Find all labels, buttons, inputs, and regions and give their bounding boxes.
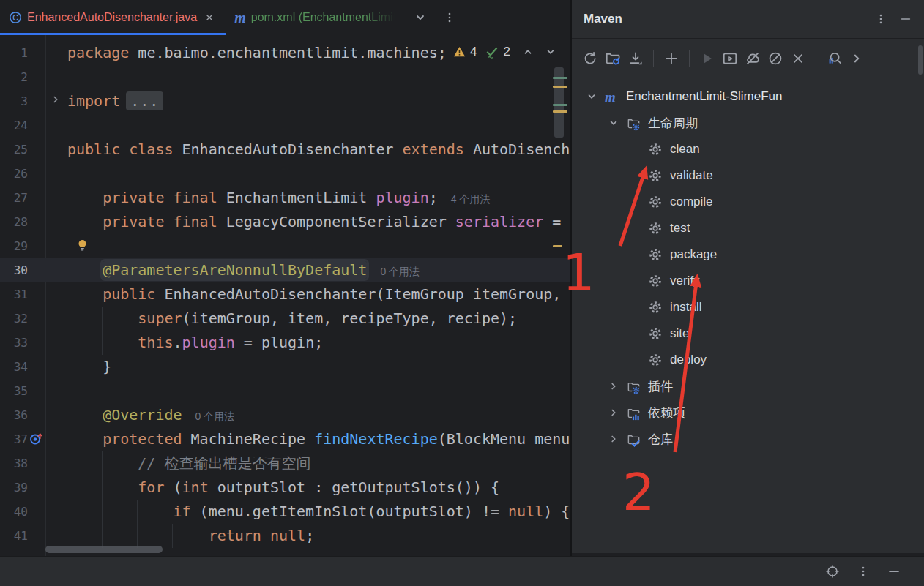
- stripe-mark-weak-warning[interactable]: [553, 104, 567, 106]
- stripe-mark-warning[interactable]: [553, 245, 562, 247]
- usages-inlay-hint[interactable]: 4 个用法: [451, 193, 491, 205]
- stripe-mark-warning[interactable]: [553, 110, 567, 113]
- maven-tree-item-validate[interactable]: validate: [572, 162, 918, 189]
- inspection-widget[interactable]: 4 2: [452, 42, 560, 61]
- skip-tests-button[interactable]: [766, 49, 785, 68]
- analyze-dependencies-button[interactable]: [824, 49, 843, 68]
- code-line-35[interactable]: 35: [0, 379, 570, 403]
- offline-mode-button[interactable]: [743, 49, 762, 68]
- run-button[interactable]: [698, 49, 717, 68]
- goal-gear-icon: [649, 143, 662, 156]
- editor-tab-2[interactable]: mpom.xml (EnchantmentLimit: [226, 0, 405, 35]
- code-line-40[interactable]: 40if (menu.getItemInSlot(outputSlot) != …: [0, 500, 570, 524]
- code-line-29[interactable]: 29: [0, 234, 570, 258]
- line-number: 24: [0, 113, 28, 138]
- next-highlight-button[interactable]: [541, 42, 560, 61]
- bottom-hide-button[interactable]: [884, 562, 903, 581]
- gear-icon: [649, 169, 663, 183]
- intention-bulb-icon[interactable]: [76, 238, 91, 253]
- code-line-31[interactable]: 31public EnhancedAutoDisenchanter(ItemGr…: [0, 282, 570, 307]
- download-sources-button[interactable]: [626, 49, 645, 68]
- maven-tree-item-compile[interactable]: compile: [572, 189, 918, 215]
- code-line-36[interactable]: 36@Override0 个用法: [0, 403, 570, 427]
- code-text: return null;: [67, 524, 314, 548]
- usages-inlay-hint[interactable]: 0 个用法: [380, 266, 420, 277]
- code-line-41[interactable]: 41return null;: [0, 524, 570, 548]
- gear-badge-icon: [632, 386, 640, 394]
- bottom-bar: [0, 556, 924, 586]
- tree-item-label: test: [670, 221, 690, 236]
- maven-tree-item-生命周期[interactable]: 生命周期: [572, 110, 918, 136]
- code-line-24[interactable]: 24: [0, 113, 570, 138]
- overriding-method-icon[interactable]: [29, 432, 44, 446]
- stripe-mark-weak-warning[interactable]: [553, 77, 567, 79]
- maven-tree-item-deploy[interactable]: deploy: [572, 347, 918, 373]
- folder-gear-icon: [627, 380, 641, 394]
- line-number: 1: [0, 41, 28, 65]
- code-line-27[interactable]: 27private final EnchantmentLimit plugin;…: [0, 186, 570, 210]
- chevron-spacer: [630, 354, 641, 366]
- reload-projects-button[interactable]: [603, 49, 622, 68]
- maven-tree-item-clean[interactable]: clean: [572, 136, 918, 162]
- chevron-right-icon[interactable]: [608, 407, 619, 418]
- sync-button[interactable]: [581, 49, 600, 68]
- maven-tree-item-仓库[interactable]: 仓库: [572, 426, 918, 452]
- line-number: 29: [0, 234, 28, 258]
- maven-tree-item-EnchantmentLimit-SlimeFun[interactable]: mEnchantmentLimit-SlimeFun: [572, 83, 918, 110]
- maven-tree-item-依赖项[interactable]: 依赖项: [572, 399, 918, 426]
- code-editor[interactable]: 1package me.baimo.enchantmentlimit.machi…: [0, 35, 570, 556]
- maven-options-button[interactable]: [871, 10, 890, 29]
- line-number: 2: [0, 65, 28, 89]
- checks-passed-icon: [485, 45, 499, 59]
- code-line-39[interactable]: 39for (int outputSlot : getOutputSlots()…: [0, 476, 570, 500]
- maven-tree-item-site[interactable]: site: [572, 320, 918, 347]
- chevron-down-icon[interactable]: [608, 117, 619, 129]
- chevron-up-icon: [522, 46, 534, 58]
- bottom-options-button[interactable]: [854, 562, 873, 581]
- code-text: if (menu.getItemInSlot(outputSlot) != nu…: [67, 500, 570, 524]
- line-number: 28: [0, 210, 28, 234]
- indent-guide: [67, 162, 67, 548]
- code-line-30[interactable]: 30@ParametersAreNonnullByDefault0 个用法: [0, 258, 570, 282]
- code-line-32[interactable]: 32super(itemGroup, item, recipeType, rec…: [0, 307, 570, 331]
- analyze-dependencies-icon: [826, 50, 842, 67]
- gear-icon: [649, 143, 663, 157]
- tab-list-dropdown-button[interactable]: [411, 8, 430, 27]
- fold-chevron-icon[interactable]: [50, 94, 64, 108]
- add-button[interactable]: [662, 49, 681, 68]
- code-line-33[interactable]: 33this.plugin = plugin;: [0, 331, 570, 355]
- editor-options-button[interactable]: [440, 8, 459, 27]
- editor-horizontal-scrollbar[interactable]: [45, 546, 163, 553]
- maven-tree-item-test[interactable]: test: [572, 215, 918, 241]
- close-x-button[interactable]: [789, 49, 808, 68]
- maven-hide-button[interactable]: [896, 10, 915, 29]
- code-line-3[interactable]: 3import...: [0, 89, 570, 113]
- locate-button[interactable]: [823, 562, 842, 581]
- code-line-37[interactable]: 37protected MachineRecipe findNextRecipe…: [0, 427, 570, 451]
- chevron-down-icon[interactable]: [586, 91, 597, 102]
- chevron-right-icon[interactable]: [608, 433, 619, 445]
- minimize-icon: [899, 12, 912, 26]
- maven-tree-item-install[interactable]: install: [572, 294, 918, 320]
- previous-highlight-button[interactable]: [518, 42, 537, 61]
- code-line-26[interactable]: 26: [0, 162, 570, 186]
- maven-scrollbar[interactable]: [918, 45, 923, 75]
- code-text: package me.baimo.enchantmentlimit.machin…: [67, 41, 447, 65]
- code-line-38[interactable]: 38// 检查输出槽是否有空间: [0, 451, 570, 476]
- chevron-spacer: [630, 170, 641, 181]
- code-text: public EnhancedAutoDisenchanter(ItemGrou…: [67, 282, 561, 307]
- code-line-2[interactable]: 2: [0, 65, 570, 89]
- code-line-28[interactable]: 28private final LegacyComponentSerialize…: [0, 210, 570, 234]
- maven-tree-item-插件[interactable]: 插件: [572, 373, 918, 399]
- maven-tree-item-package[interactable]: package: [572, 241, 918, 268]
- code-line-25[interactable]: 25public class EnhancedAutoDisenchanter …: [0, 138, 570, 162]
- editor-tab-1[interactable]: CEnhancedAutoDisenchanter.java: [0, 0, 226, 35]
- execute-goal-button[interactable]: [720, 49, 739, 68]
- code-line-34[interactable]: 34}: [0, 355, 570, 379]
- close-tab-icon[interactable]: [202, 10, 217, 25]
- maven-tree-item-verify[interactable]: verify: [572, 268, 918, 294]
- usages-inlay-hint[interactable]: 0 个用法: [195, 410, 235, 422]
- stripe-mark-warning[interactable]: [553, 86, 567, 88]
- chevron-right-icon[interactable]: [608, 380, 619, 392]
- more-button[interactable]: [847, 49, 866, 68]
